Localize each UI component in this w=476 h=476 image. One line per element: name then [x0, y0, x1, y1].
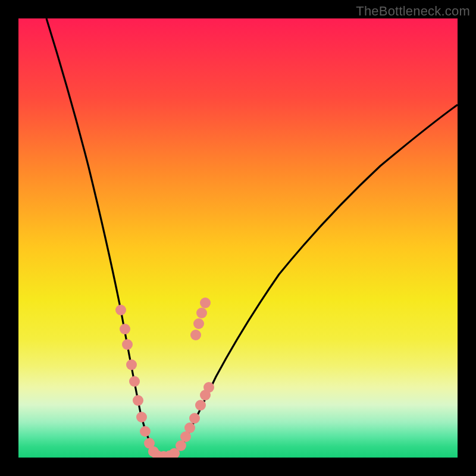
svg-point-22: [193, 318, 204, 329]
svg-point-2: [122, 339, 133, 350]
markers-left: [115, 305, 159, 457]
markers-right: [169, 298, 214, 458]
watermark-text: TheBottleneck.com: [356, 4, 470, 19]
chart-frame: TheBottleneck.com: [0, 0, 476, 476]
svg-point-4: [129, 376, 140, 387]
svg-point-24: [200, 298, 211, 308]
svg-point-23: [196, 308, 207, 318]
svg-point-17: [189, 413, 200, 424]
svg-point-3: [126, 359, 137, 370]
svg-point-6: [136, 412, 147, 422]
svg-point-18: [195, 400, 206, 411]
svg-point-21: [190, 330, 201, 340]
svg-point-1: [120, 324, 130, 334]
svg-point-5: [133, 395, 143, 406]
curve-layer: [18, 18, 458, 458]
svg-point-7: [140, 426, 151, 437]
svg-point-20: [203, 382, 214, 393]
svg-point-16: [184, 422, 195, 433]
svg-point-0: [115, 305, 126, 315]
plot-area: [18, 18, 458, 458]
curve-left: [46, 18, 159, 456]
